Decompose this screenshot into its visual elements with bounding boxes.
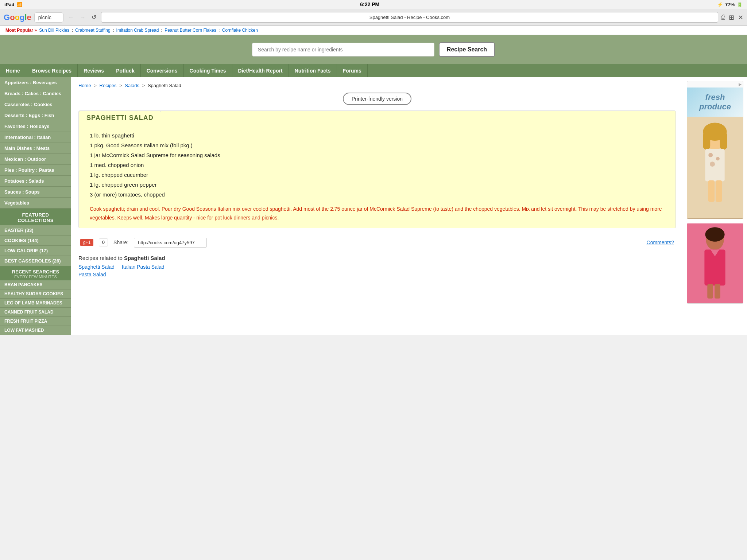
browser-actions: ⎙ ⊞ ✕ [721, 13, 743, 22]
popular-link-3[interactable]: Imitation Crab Spread [116, 28, 159, 33]
recent-search-canned-fruit[interactable]: CANNED FRUIT SALAD [0, 308, 71, 317]
popular-link-5[interactable]: Cornflake Chicken [222, 28, 258, 33]
search-header: Recipe Search [0, 35, 747, 64]
sidebar-item-vegetables[interactable]: Vegetables [0, 198, 71, 209]
recent-search-lamb[interactable]: LEG OF LAMB MARINADES [0, 299, 71, 308]
nav-diet-health[interactable]: Diet/Health Report [232, 64, 289, 77]
ipad-label: iPad [4, 2, 14, 7]
collection-casseroles[interactable]: BEST CASSEROLES (26) [0, 256, 71, 266]
related-link-2[interactable]: Italian Pasta Salad [122, 264, 165, 270]
recipe-search-input[interactable] [252, 43, 434, 57]
recipe-card: SPAGHETTI SALAD 1 lb. thin spaghetti 1 p… [78, 110, 676, 228]
tabs-icon[interactable]: ⊞ [729, 13, 734, 22]
breadcrumb-current: Spaghetti Salad [148, 83, 181, 88]
collection-cookies[interactable]: COOKIES (144) [0, 236, 71, 246]
most-popular-bar: Most Popular » Sun Dill Pickles : Crabme… [0, 26, 747, 35]
svg-point-13 [705, 227, 724, 241]
breadcrumb: Home > Recipes > Salads > Spaghetti Sala… [78, 83, 676, 88]
share-bar: g+1 0 Share: Comments? [78, 234, 676, 251]
featured-collections-header: FEATUREDCOLLECTIONS [0, 209, 71, 225]
popular-link-4[interactable]: Peanut Butter Corn Flakes [165, 28, 216, 33]
content-area: Home > Recipes > Salads > Spaghetti Sala… [71, 77, 683, 335]
ad-banner-text[interactable]: fresh produce [687, 88, 743, 117]
popular-link-1[interactable]: Sun Dill Pickles [39, 28, 69, 33]
sidebar-item-desserts[interactable]: Desserts : Eggs : Fish [0, 110, 71, 121]
collection-low-calorie[interactable]: LOW CALORIE (17) [0, 246, 71, 256]
share-label: Share: [113, 240, 128, 245]
recipe-instructions: Cook spaghetti; drain and cool. Pour dry… [79, 205, 676, 228]
nav-browse[interactable]: Browse Recipes [26, 64, 78, 77]
svg-rect-5 [705, 149, 724, 182]
nav-cooking-times[interactable]: Cooking Times [184, 64, 232, 77]
recent-search-pizza[interactable]: FRESH FRUIT PIZZA [0, 317, 71, 326]
sidebar-item-appetizers[interactable]: Appetizers : Beverages [0, 77, 71, 88]
featured-collections-title: FEATUREDCOLLECTIONS [4, 212, 67, 223]
status-bar-left: iPad 📶 [4, 2, 22, 7]
recipe-search-button[interactable]: Recipe Search [439, 42, 495, 57]
breadcrumb-salads[interactable]: Salads [125, 83, 139, 88]
sidebar-item-casseroles[interactable]: Casseroles : Cookies [0, 99, 71, 110]
sidebar-item-pies[interactable]: Pies : Poultry : Pastas [0, 165, 71, 176]
ad-image-1[interactable] [687, 117, 743, 219]
nav-forums[interactable]: Forums [337, 64, 368, 77]
gplus-button[interactable]: g+1 [80, 239, 93, 246]
address-bar[interactable]: Spaghetti Salad - Recipe - Cooks.com [101, 12, 718, 23]
printer-btn-wrapper: Printer-friendly version [78, 93, 676, 105]
sidebar-item-favorites[interactable]: Favorites : Holidays [0, 121, 71, 132]
ad-image-2[interactable] [687, 223, 743, 303]
recipe-ingredients: 1 lb. thin spaghetti 1 pkg. Good Seasons… [79, 125, 676, 205]
battery-label: 77% [725, 2, 735, 7]
ingredient-7: 3 (or more) tomatoes, chopped [90, 190, 665, 199]
sidebar-item-potatoes[interactable]: Potatoes : Salads [0, 176, 71, 187]
popular-link-2[interactable]: Crabmeat Stuffing [75, 28, 111, 33]
browser-chrome: Google picnic ← → ↺ Spaghetti Salad - Re… [0, 9, 747, 26]
related-links: Spaghetti Salad Italian Pasta Salad [78, 264, 676, 270]
sidebar: Appetizers : Beverages Breads : Cakes : … [0, 77, 71, 335]
sidebar-item-breads[interactable]: Breads : Cakes : Candies [0, 88, 71, 99]
gplus-count: 0 [99, 238, 108, 246]
related-recipe-name: Spaghetti Salad [124, 255, 165, 261]
nav-conversions[interactable]: Conversions [141, 64, 184, 77]
most-popular-label: Most Popular » [5, 28, 37, 33]
svg-point-7 [716, 157, 720, 160]
nav-home[interactable]: Home [0, 64, 26, 77]
forward-button[interactable]: → [78, 13, 88, 22]
recent-search-cookies[interactable]: HEALTHY SUGAR COOKIES [0, 289, 71, 299]
share-icon[interactable]: ⎙ [721, 13, 725, 21]
svg-rect-16 [715, 284, 720, 298]
ingredient-6: 1 lg. chopped green pepper [90, 180, 665, 190]
sidebar-item-sauces[interactable]: Sauces : Soups [0, 187, 71, 198]
ad-sidebar: ▶ fresh produce [683, 77, 747, 335]
ingredient-3: 1 jar McCormick Salad Supreme for season… [90, 150, 665, 160]
collection-easter[interactable]: EASTER (33) [0, 225, 71, 236]
close-tab-icon[interactable]: ✕ [738, 13, 743, 22]
related-link-1[interactable]: Spaghetti Salad [78, 264, 115, 270]
related-link-3[interactable]: Pasta Salad [78, 272, 676, 277]
main-layout: Appetizers : Beverages Breads : Cakes : … [0, 77, 747, 335]
svg-rect-4 [720, 132, 727, 149]
sidebar-item-international[interactable]: International : Italian [0, 132, 71, 143]
comments-link[interactable]: Comments? [647, 240, 674, 245]
svg-rect-15 [707, 284, 713, 298]
back-button[interactable]: ← [66, 13, 76, 22]
refresh-button[interactable]: ↺ [90, 13, 98, 22]
nav-reviews[interactable]: Reviews [78, 64, 110, 77]
status-bar: iPad 📶 6:22 PM ⚡ 77% 🔋 [0, 0, 747, 9]
recent-search-bran[interactable]: BRAN PANCAKES [0, 280, 71, 289]
nav-nutrition[interactable]: Nutrition Facts [289, 64, 337, 77]
sidebar-item-main-dishes[interactable]: Main Dishes : Meats [0, 143, 71, 154]
sidebar-item-mexican[interactable]: Mexican : Outdoor [0, 154, 71, 165]
google-search-bar[interactable]: picnic [34, 12, 63, 23]
svg-point-6 [708, 153, 713, 158]
ingredient-5: 1 lg. chopped cucumber [90, 170, 665, 180]
breadcrumb-home[interactable]: Home [78, 83, 91, 88]
share-url-input[interactable] [134, 238, 207, 248]
ad-box-2[interactable] [687, 223, 743, 304]
printer-friendly-button[interactable]: Printer-friendly version [343, 93, 411, 105]
recent-search-mashed[interactable]: LOW FAT MASHED [0, 326, 71, 335]
breadcrumb-recipes[interactable]: Recipes [100, 83, 117, 88]
nav-potluck[interactable]: Potluck [110, 64, 141, 77]
recent-searches-header: RECENT SEARCHES EVERY FEW MINUTES [0, 266, 71, 280]
nav-bar: Home Browse Recipes Reviews Potluck Conv… [0, 64, 747, 77]
related-title: Recipes related to Spaghetti Salad [78, 255, 676, 261]
